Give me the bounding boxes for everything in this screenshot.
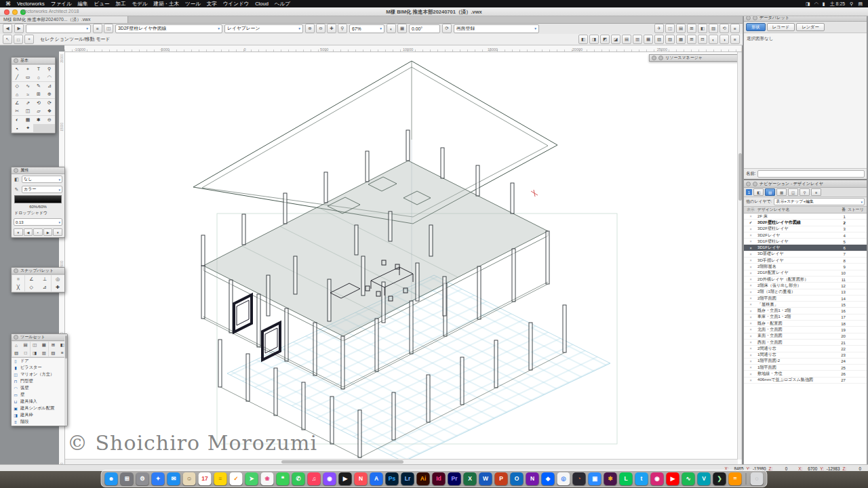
layer-row[interactable]: × 3D2F壁柱レイヤ 3 [744,226,867,232]
tool-icon[interactable]: ⌖ [22,65,33,73]
dropbox-icon[interactable]: ◆ [542,472,555,485]
menu-item[interactable]: 建築・土木 [153,1,179,7]
render-mode-button[interactable]: ◨ [589,35,599,44]
chrome-icon[interactable]: ◎ [557,472,570,485]
tool-icon[interactable]: ○ [33,73,43,81]
snap-tool-icon[interactable]: ⊿ [38,283,51,291]
toolset-item[interactable]: ≡ 階段 [12,419,64,426]
toolbar-icon-button[interactable]: ≡ [730,24,740,33]
toolset-tab[interactable]: ▤ [21,342,30,349]
layer-visibility-toggle[interactable]: × [744,315,757,319]
active-class-dropdown[interactable]: ▾ [26,24,91,33]
layer-visibility-toggle[interactable]: × [744,214,757,218]
tool-icon[interactable]: ▭ [22,73,33,81]
layer-row[interactable]: × 西面・立面図 21 [744,340,867,346]
palette-titlebar[interactable]: 基本 [12,58,55,64]
layer-row[interactable]: × 2D外構レイヤ（配置図形） 11 [744,277,867,283]
snap-tool-icon[interactable]: ◎ [52,275,64,283]
render-mode-button[interactable]: ⊟ [698,35,707,44]
toolbar-icon-button[interactable]: ⚲ [338,24,347,33]
toolset-item[interactable]: ⊔ 建具挿入 [12,399,64,405]
tool-icon[interactable]: ◫ [22,107,33,115]
tool-icon[interactable]: ⊕ [44,90,54,98]
layer-visibility-toggle[interactable]: × [744,246,757,250]
navigation-tab[interactable]: ◫ [788,188,798,196]
tool-icon[interactable]: ↖ [12,65,22,73]
toolbar-icon-button[interactable]: ≡ [93,24,102,33]
toolset-item[interactable]: ▯ ドア [12,358,64,365]
toolset-item[interactable]: ◠ 弧壁 [12,385,64,392]
line-icon[interactable]: L [620,472,633,485]
snap-tool-icon[interactable]: ⊥ [38,275,51,283]
toolbar-icon-button[interactable]: ▦ [397,24,407,33]
document-tab[interactable]: M様 BIM化 推進本部2024070...（済）.vwx [0,16,128,23]
tool-icon[interactable]: ✂ [12,107,22,115]
object-info-tab[interactable]: 形状 [746,23,766,31]
photoshop-icon[interactable]: Ps [386,472,399,485]
slack-icon[interactable]: ✱ [604,472,617,485]
layer-visibility-toggle[interactable]: × [744,340,757,344]
forward-button[interactable]: ▶ [14,24,24,33]
close-palette-button[interactable] [14,335,18,340]
menu-item[interactable]: ビュー [94,1,110,7]
story-column-header[interactable]: ストーリ [848,207,867,213]
render-mode-button[interactable]: ◩ [600,35,610,44]
marker-button[interactable]: ◀ [24,228,33,236]
layer-row[interactable]: × 3D基礎レイヤ 7 [744,251,867,258]
pen-color-swatch[interactable] [14,195,62,203]
safari-icon[interactable]: ✦ [152,472,165,485]
terminal-icon[interactable]: ❯ [713,472,726,485]
mail-icon[interactable]: ✉ [167,472,180,485]
calendar-icon[interactable]: 17 [199,472,212,485]
render-mode-button[interactable]: ▧ [654,35,664,44]
tool-icon[interactable]: ⇗ [22,99,33,107]
marker-button[interactable]: ▪ [33,228,43,236]
layer-row[interactable]: × 2階（1階との重複） 13 [744,289,867,296]
layer-visibility-toggle[interactable]: × [744,258,757,262]
twitter-icon[interactable]: t [635,472,648,485]
layer-row[interactable]: × 2間通り芯 22 [744,346,867,352]
tool-icon[interactable]: ∠ [12,99,22,107]
system-preferences-icon[interactable]: ⚙ [136,472,149,485]
control-center-icon[interactable]: ▤ [858,1,863,7]
photos-icon[interactable]: ❀ [261,472,274,485]
layer-row[interactable]: × 1階平面図-2 24 [744,359,867,365]
tool-icon[interactable]: ▱ [33,107,43,115]
layer-visibility-toggle[interactable]: × [744,353,757,357]
contacts-icon[interactable]: ☺ [183,472,196,485]
layer-row[interactable]: × 敷地線・方位 26 [744,371,867,377]
indesign-icon[interactable]: Id [433,472,446,485]
toolset-tab[interactable]: ▥ [39,349,48,357]
navigation-tab[interactable]: ▤ [765,188,775,196]
close-palette-button[interactable] [652,56,656,60]
layer-visibility-toggle[interactable]: × [744,227,757,231]
toolbar-icon-button[interactable]: ▤ [676,24,686,33]
layer-row[interactable]: × 1間通り芯 23 [744,352,867,359]
snap-tool-icon[interactable]: ╳ [12,283,25,291]
layer-number-column-header[interactable]: 番 [835,207,848,213]
outlook-icon[interactable]: O [511,472,524,485]
back-button[interactable]: ◀ [3,24,12,33]
toolbar-icon-button[interactable]: ✈ [654,24,664,33]
layer-visibility-toggle[interactable]: × [744,372,757,376]
tool-icon[interactable]: ╱ [12,73,22,81]
finder-icon[interactable]: ☻ [105,472,118,485]
marker-button[interactable]: ▾ [53,228,62,236]
tool-icon[interactable]: ∿ [22,82,33,90]
render-mode-button[interactable]: ◑ [719,35,729,44]
scrollbar-thumb[interactable] [281,460,403,464]
vectorworks-icon[interactable]: V [698,472,711,485]
object-info-tab[interactable]: レンダー [796,23,825,31]
menu-item[interactable]: Cloud [255,1,269,7]
zoom-icon[interactable]: ▣ [589,472,601,485]
menu-item[interactable]: 加工 [115,1,125,7]
tool-icon[interactable]: ▦ [22,116,33,124]
tool-icon[interactable]: ⟳ [44,99,54,107]
render-mode-button[interactable]: ▥ [633,35,642,44]
palette-titlebar[interactable]: ツールセット [12,334,67,341]
layer-visibility-toggle[interactable]: × [744,365,757,369]
menu-item[interactable]: Vectorworks [17,1,45,7]
instagram-icon[interactable]: ◉ [651,472,664,485]
premiere-icon[interactable]: Pr [448,472,461,485]
layer-row[interactable]: × 3D2Fレイヤ 4 [744,232,867,239]
